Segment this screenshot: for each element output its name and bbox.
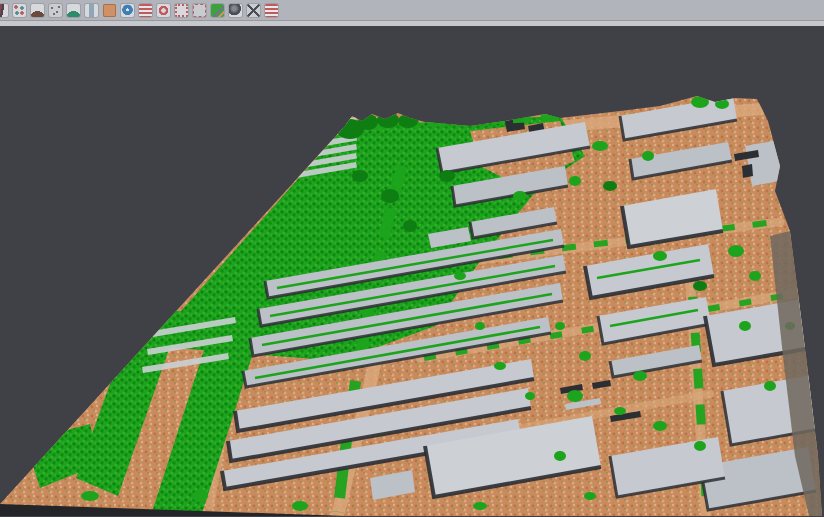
region-bounds-icon[interactable] [175, 4, 188, 17]
column-icon[interactable] [85, 4, 98, 17]
terrain-mesh [0, 86, 824, 516]
orthomosaic-icon[interactable] [103, 4, 116, 17]
globe-icon[interactable] [121, 4, 134, 17]
terrain-icon[interactable] [31, 4, 44, 17]
classify-points-icon[interactable] [13, 4, 26, 17]
dem-icon[interactable] [67, 4, 80, 17]
camera-sphere-icon[interactable] [229, 4, 242, 17]
main-toolbar [0, 0, 824, 20]
align-list-icon[interactable] [139, 4, 152, 17]
flag-stripes-icon[interactable] [265, 4, 278, 17]
optimize-icon[interactable] [157, 4, 170, 17]
markers-icon[interactable] [247, 4, 260, 17]
classification-map-icon[interactable] [211, 4, 224, 17]
texture-icon[interactable] [0, 4, 8, 17]
sparse-cloud-icon[interactable] [49, 4, 62, 17]
crop-box-icon[interactable] [193, 4, 206, 17]
model-viewport[interactable] [0, 26, 824, 516]
terrain-mesh-canvas [0, 26, 824, 516]
